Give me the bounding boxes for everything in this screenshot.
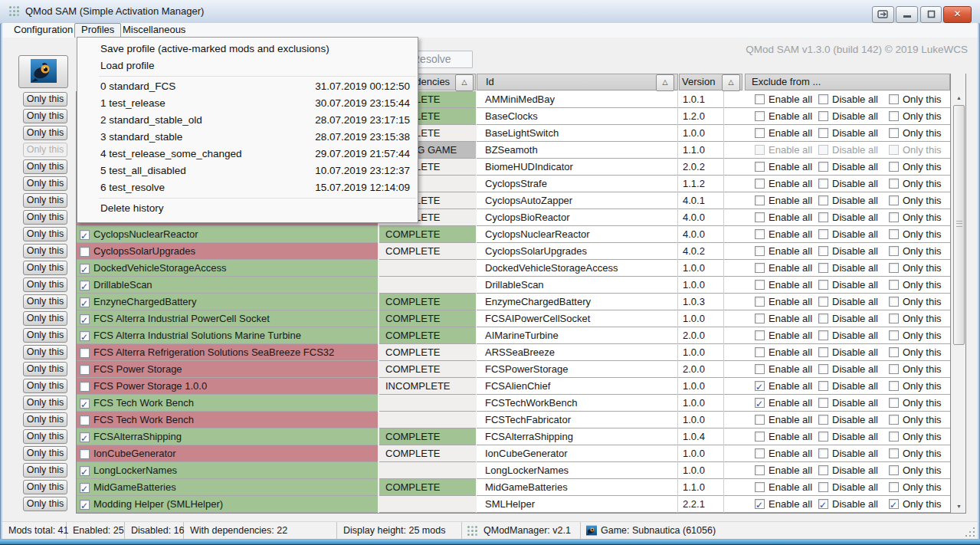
scroll-up-icon[interactable]: ▲ [952,91,965,104]
restore-button[interactable] [920,6,942,23]
only-this-button[interactable]: Only this [23,412,67,427]
only-this-button[interactable]: Only this [23,379,67,393]
exclude-checkbox[interactable] [818,246,828,256]
menu-item-delete-history[interactable]: Delete history [77,200,418,217]
only-this-button[interactable]: Only this [23,159,67,174]
exclude-checkbox[interactable] [889,179,899,189]
exclude-checkbox[interactable] [889,347,899,357]
mod-enabled-checkbox[interactable] [80,399,90,409]
only-this-button[interactable]: Only this [23,109,67,123]
sort-version-button[interactable]: △ [722,74,740,91]
exclude-checkbox[interactable] [889,499,899,509]
exclude-checkbox[interactable] [755,94,765,104]
mod-enabled-checkbox[interactable] [80,247,90,257]
menu-item-save[interactable]: Save profile (active-marked mods and exc… [77,41,418,57]
only-this-button[interactable]: Only this [23,210,67,225]
exclude-checkbox[interactable] [889,398,899,408]
menu-miscellaneous[interactable]: Miscellaneous [116,23,192,38]
exclude-checkbox[interactable] [818,195,828,205]
exclude-checkbox[interactable] [818,179,828,189]
menu-item-profile-history[interactable]: 2 standard_stable_old28.07.2019 23:17:15 [77,112,418,129]
mod-enabled-checkbox[interactable] [80,415,90,425]
exclude-checkbox[interactable] [755,432,765,442]
exclude-checkbox[interactable] [818,297,828,307]
exclude-checkbox[interactable] [889,94,899,104]
menu-profiles[interactable]: Profiles [74,23,121,38]
only-this-button[interactable]: Only this [23,193,67,208]
mod-enabled-checkbox[interactable] [80,281,90,291]
exclude-checkbox[interactable] [818,499,828,509]
mod-enabled-checkbox[interactable] [80,297,90,307]
exclude-checkbox[interactable] [755,499,765,509]
only-this-button[interactable]: Only this [23,294,67,309]
exclude-checkbox[interactable] [755,212,765,222]
exclude-checkbox[interactable] [889,314,899,323]
exclude-checkbox[interactable] [818,347,828,357]
exclude-checkbox[interactable] [755,179,765,189]
sort-id-button[interactable]: △ [656,74,674,91]
exclude-checkbox[interactable] [889,330,899,340]
only-this-button[interactable]: Only this [23,143,67,157]
only-this-button[interactable]: Only this [23,480,67,494]
exclude-checkbox[interactable] [755,398,765,408]
minimize-button[interactable] [896,6,918,23]
tray-button[interactable] [872,6,894,23]
exclude-checkbox[interactable] [755,314,765,323]
menu-item-profile-history[interactable]: 0 standard_FCS31.07.2019 00:12:50 [77,78,418,95]
mod-enabled-checkbox[interactable] [80,314,90,324]
close-button[interactable]: ✕ [943,6,972,23]
menu-item-profile-history[interactable]: 3 standard_stable28.07.2019 23:15:38 [77,129,418,146]
only-this-button[interactable]: Only this [23,176,67,191]
exclude-checkbox[interactable] [755,482,765,492]
exclude-checkbox[interactable] [889,297,899,307]
exclude-checkbox[interactable] [755,229,765,239]
only-this-button[interactable]: Only this [23,396,67,410]
menu-item-profile-history[interactable]: 4 test_release_some_changed29.07.2019 21… [77,146,418,163]
exclude-checkbox[interactable] [818,465,828,475]
exclude-checkbox[interactable] [818,111,828,121]
mod-enabled-checkbox[interactable] [80,382,90,392]
sort-dependencies-button[interactable]: △ [455,74,474,91]
exclude-checkbox[interactable] [755,347,765,357]
exclude-checkbox[interactable] [889,162,899,172]
exclude-checkbox[interactable] [755,162,765,172]
exclude-checkbox[interactable] [755,263,765,273]
exclude-checkbox[interactable] [889,432,899,442]
exclude-checkbox[interactable] [889,246,899,256]
scroll-down-icon[interactable]: ▼ [952,500,965,513]
mod-enabled-checkbox[interactable] [80,365,90,375]
exclude-checkbox[interactable] [755,297,765,307]
vertical-scrollbar[interactable]: ▲ ▼ [952,91,965,513]
exclude-checkbox[interactable] [755,246,765,256]
only-this-button[interactable]: Only this [23,244,67,258]
exclude-checkbox[interactable] [889,195,899,205]
exclude-checkbox[interactable] [818,330,828,340]
title-bar[interactable]: QMod SAM (Simple Activation Manager) ✕ [0,0,980,24]
exclude-checkbox[interactable] [889,364,899,374]
only-this-button[interactable]: Only this [23,227,67,241]
exclude-checkbox[interactable] [755,280,765,290]
mod-enabled-checkbox[interactable] [80,264,90,274]
mod-enabled-checkbox[interactable] [80,230,90,240]
exclude-checkbox[interactable] [755,195,765,205]
only-this-button[interactable]: Only this [23,429,67,444]
exclude-checkbox[interactable] [889,448,899,458]
exclude-checkbox[interactable] [818,398,828,408]
exclude-checkbox[interactable] [889,263,899,273]
exclude-checkbox[interactable] [889,465,899,475]
mod-enabled-checkbox[interactable] [80,500,90,510]
menu-item-profile-history[interactable]: 1 test_release30.07.2019 23:15:44 [77,95,418,112]
only-this-button[interactable]: Only this [23,362,67,376]
exclude-checkbox[interactable] [889,128,899,138]
exclude-checkbox[interactable] [818,229,828,239]
mod-enabled-checkbox[interactable] [80,331,90,341]
exclude-checkbox[interactable] [889,111,899,121]
exclude-checkbox[interactable] [818,381,828,391]
mod-enabled-checkbox[interactable] [80,449,90,459]
exclude-checkbox[interactable] [818,364,828,374]
menu-configuration[interactable]: Configuration [8,23,79,38]
exclude-checkbox[interactable] [755,330,765,340]
exclude-checkbox[interactable] [755,381,765,391]
exclude-checkbox[interactable] [818,280,828,290]
exclude-checkbox[interactable] [889,212,899,222]
